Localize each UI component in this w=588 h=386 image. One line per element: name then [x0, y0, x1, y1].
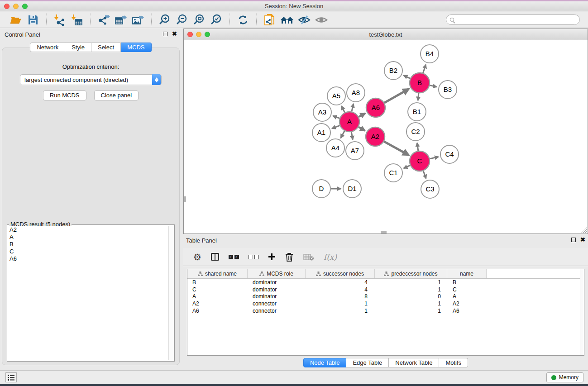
zoom-window-button[interactable]	[22, 4, 28, 9]
graph-node[interactable]: B1	[408, 103, 426, 121]
table-cell[interactable]: A6	[447, 308, 487, 314]
graph-edge[interactable]	[423, 171, 426, 179]
memory-button[interactable]: Memory	[546, 372, 583, 382]
float-panel-icon[interactable]	[163, 32, 167, 36]
graph-node[interactable]: B	[410, 73, 430, 93]
close-panel-button[interactable]: Close panel	[94, 91, 139, 100]
deselect-all-columns-icon[interactable]	[249, 255, 259, 259]
criterion-dropdown[interactable]: largest connected component (directed)	[20, 74, 162, 85]
tab-network[interactable]: Network	[30, 43, 65, 52]
network-from-document-icon[interactable]	[261, 13, 278, 27]
table-scrollbar[interactable]	[580, 269, 584, 355]
export-image-icon[interactable]	[129, 13, 147, 27]
table-cell[interactable]: 1	[375, 286, 447, 293]
graph-edge[interactable]	[384, 89, 409, 103]
graph-node[interactable]: C1	[384, 164, 402, 182]
graph-edge[interactable]	[423, 65, 425, 73]
float-table-panel-icon[interactable]	[571, 238, 576, 242]
graph-edge[interactable]	[430, 85, 436, 87]
tab-network-table[interactable]: Network Table	[389, 358, 439, 367]
close-window-button[interactable]	[4, 4, 10, 9]
graph-node[interactable]: D	[312, 180, 330, 198]
result-scrollbar[interactable]	[168, 226, 173, 360]
hide-selected-eye-slash-icon[interactable]	[296, 13, 313, 27]
table-row[interactable]: Bdominator41B	[187, 279, 584, 286]
homes-icon[interactable]	[278, 13, 296, 27]
import-network-icon[interactable]	[51, 13, 68, 27]
column-header-mcds-role[interactable]: MCDS role	[248, 269, 306, 278]
table-cell[interactable]: 4	[306, 286, 375, 293]
tab-motifs[interactable]: Motifs	[439, 358, 468, 367]
table-cell[interactable]: 1	[375, 300, 447, 307]
search-input[interactable]	[454, 16, 579, 24]
zoom-out-icon[interactable]	[173, 13, 191, 27]
table-cell[interactable]: 1	[306, 300, 375, 307]
graph-edge[interactable]	[417, 143, 418, 151]
table-cell[interactable]: 8	[306, 293, 375, 300]
graph-edge[interactable]	[351, 132, 353, 140]
table-cell[interactable]: C	[447, 286, 487, 293]
column-header-name[interactable]: name	[447, 269, 487, 278]
search-field[interactable]	[446, 14, 580, 25]
column-header-successor-nodes[interactable]: successor nodes	[306, 269, 375, 278]
graph-edge[interactable]	[341, 131, 344, 138]
show-all-eye-icon[interactable]	[313, 13, 330, 27]
table-cell[interactable]: dominator	[248, 293, 306, 300]
graph-node[interactable]: A8	[347, 84, 365, 102]
graph-edge[interactable]	[333, 116, 340, 118]
table-cell[interactable]: connector	[248, 308, 306, 314]
delete-table-icon[interactable]	[303, 253, 314, 261]
table-body[interactable]: Bdominator41BCdominator41CAdominator80AA…	[187, 279, 584, 315]
graph-node[interactable]: D1	[343, 180, 361, 198]
table-cell[interactable]: dominator	[248, 286, 306, 293]
graph-edge[interactable]	[404, 76, 410, 79]
table-cell[interactable]: 1	[375, 308, 447, 314]
graph-node[interactable]: A6	[366, 98, 385, 117]
graph-edge[interactable]	[352, 104, 354, 111]
open-file-icon[interactable]	[7, 13, 24, 27]
table-cell[interactable]: A2	[187, 300, 248, 307]
table-cell[interactable]: dominator	[248, 279, 306, 286]
minimize-window-button[interactable]	[13, 4, 19, 9]
zoom-in-icon[interactable]	[156, 13, 173, 27]
run-mcds-button[interactable]: Run MCDS	[43, 91, 86, 100]
close-panel-icon[interactable]: ✖	[172, 32, 177, 36]
select-all-columns-icon[interactable]: ✓✓	[229, 255, 239, 259]
result-item[interactable]: A6	[8, 255, 168, 262]
network-close-button[interactable]	[187, 32, 193, 37]
table-settings-gear-icon[interactable]: ⚙	[193, 253, 201, 262]
graph-edge[interactable]	[359, 113, 365, 117]
task-list-button[interactable]	[5, 372, 17, 382]
zoom-selected-icon[interactable]	[208, 13, 225, 27]
graph-node[interactable]: A5	[327, 87, 345, 105]
table-row[interactable]: A2connector11A2	[187, 300, 584, 307]
table-row[interactable]: Adominator80A	[187, 293, 584, 300]
graph-edge[interactable]	[359, 127, 365, 131]
result-item[interactable]: A	[8, 234, 168, 241]
column-header-shared-name[interactable]: shared name	[187, 269, 248, 278]
tab-edge-table[interactable]: Edge Table	[346, 358, 389, 367]
result-item[interactable]: B	[8, 241, 168, 248]
table-cell[interactable]: 1	[306, 308, 375, 314]
delete-column-trash-icon[interactable]	[285, 252, 294, 262]
tab-style[interactable]: Style	[65, 43, 91, 52]
graph-edge[interactable]	[384, 142, 409, 155]
mcds-result-list[interactable]: A2ABCA6	[8, 226, 168, 360]
result-item[interactable]: A2	[8, 226, 168, 234]
table-row[interactable]: Cdominator41C	[187, 286, 584, 293]
table-cell[interactable]: A2	[447, 300, 487, 307]
graph-node[interactable]: A3	[313, 103, 331, 121]
graph-edge[interactable]	[332, 125, 339, 129]
refresh-icon[interactable]	[234, 13, 252, 27]
table-cell[interactable]: A	[447, 293, 487, 300]
graph-node[interactable]: B2	[384, 62, 402, 80]
function-builder-icon[interactable]: f(x)	[324, 253, 337, 262]
network-canvas[interactable]: B4B2BB3B1A5A8A6A3AA1C2A2A4A7CC4C1C3DD1	[184, 40, 588, 234]
graph-edge[interactable]	[418, 93, 419, 100]
close-table-panel-icon[interactable]: ✖	[580, 238, 585, 242]
export-network-icon[interactable]	[95, 13, 112, 27]
graph-node[interactable]: A7	[346, 142, 364, 160]
tab-node-table[interactable]: Node Table	[303, 358, 347, 367]
table-cell[interactable]: C	[187, 286, 248, 293]
graph-edge[interactable]	[341, 106, 344, 112]
